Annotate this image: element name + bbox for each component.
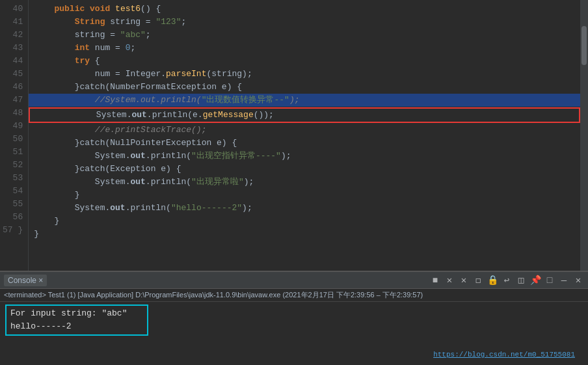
word-wrap-icon[interactable]: ↩ [501, 275, 513, 286]
console-output: For input string: "abc" hello------2 htt… [0, 302, 588, 365]
code-line-43: int num = 0; [29, 42, 580, 55]
scrollbar-thumb[interactable] [581, 26, 587, 65]
minimize-icon[interactable]: — [558, 275, 570, 286]
console-icons: ■ ✕ ✕ ◻ 🔒 ↩ ◫ 📌 □ — ✕ [429, 275, 584, 286]
line-numbers: 40 41 42 43 44 45 46 47 48 49 50 51 52 5… [0, 0, 29, 271]
code-line-54: } [29, 189, 580, 202]
code-lines[interactable]: public void test6() { String string = "1… [29, 0, 580, 271]
code-line-53: System.out.println("出现异常啦"); [29, 176, 580, 189]
code-area: 40 41 42 43 44 45 46 47 48 49 50 51 52 5… [0, 0, 588, 271]
console-output-box: For input string: "abc" hello------2 [5, 304, 148, 336]
clear-icon[interactable]: ◻ [472, 275, 484, 286]
code-line-41: String string = "123"; [29, 16, 580, 29]
code-line-50: }catch(NullPointerException e) { [29, 137, 580, 150]
remove-icon[interactable]: ✕ [458, 275, 470, 286]
pin-icon[interactable]: 📌 [529, 275, 541, 286]
code-line-47: //System.out.println("出现数值转换异常--"); [29, 94, 580, 107]
code-line-56: } [29, 215, 580, 228]
code-line-40: public void test6() { [29, 3, 580, 16]
open-console-icon[interactable]: ◫ [515, 275, 527, 286]
code-line-42: string = "abc"; [29, 29, 580, 42]
console-output-line2: hello------2 [10, 320, 143, 333]
scroll-lock-icon[interactable]: 🔒 [487, 275, 498, 286]
code-line-48: System.out.println(e.getMessage()); [29, 107, 580, 123]
close-console-icon[interactable]: ✕ [572, 275, 584, 286]
code-line-51: System.out.println("出现空指针异常----"); [29, 150, 580, 163]
code-line-52: }catch(Exception e) { [29, 163, 580, 176]
code-line-45: num = Integer.parseInt(string); [29, 68, 580, 81]
maximize-icon[interactable]: □ [544, 275, 555, 286]
code-editor: 40 41 42 43 44 45 46 47 48 49 50 51 52 5… [0, 0, 588, 271]
code-line-57: } [29, 228, 580, 241]
scrollbar-track[interactable] [580, 0, 588, 271]
code-line-49: //e.printStackTrace(); [29, 124, 580, 137]
bottom-panel: Console × ■ ✕ ✕ ◻ 🔒 ↩ ◫ 📌 □ — ✕ <termina… [0, 271, 588, 365]
console-toolbar: Console × ■ ✕ ✕ ◻ 🔒 ↩ ◫ 📌 □ — ✕ [0, 272, 588, 289]
console-tab[interactable]: Console × [4, 275, 47, 286]
terminate-icon[interactable]: ✕ [444, 275, 455, 286]
code-line-55: System.out.println("hello------2"); [29, 202, 580, 215]
console-info: <terminated> Test1 (1) [Java Application… [0, 289, 588, 302]
console-output-line1: For input string: "abc" [10, 307, 143, 320]
stop-icon[interactable]: ■ [429, 275, 441, 286]
watermark-link[interactable]: https://blog.csdn.net/m0_51755081 [433, 351, 575, 358]
code-line-46: }catch(NumberFormatException e) { [29, 81, 580, 94]
code-line-44: try { [29, 55, 580, 68]
